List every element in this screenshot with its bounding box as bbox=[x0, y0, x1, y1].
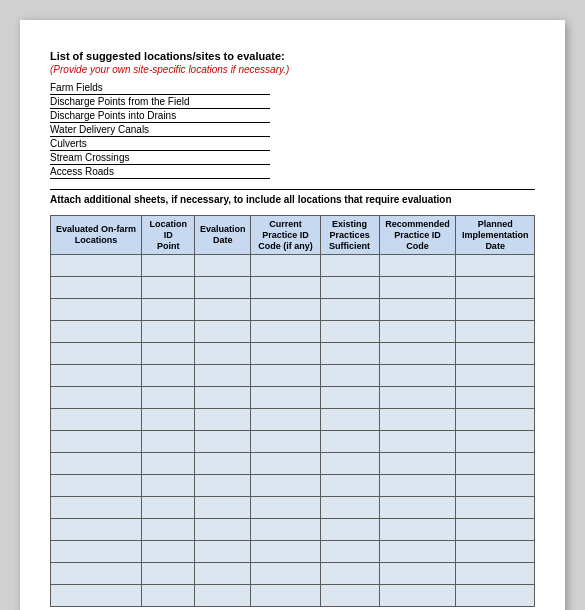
table-row[interactable] bbox=[51, 475, 535, 497]
table-cell[interactable] bbox=[195, 343, 251, 365]
table-cell[interactable] bbox=[251, 299, 321, 321]
table-cell[interactable] bbox=[320, 497, 379, 519]
table-cell[interactable] bbox=[379, 255, 456, 277]
table-cell[interactable] bbox=[141, 519, 195, 541]
table-cell[interactable] bbox=[141, 343, 195, 365]
table-cell[interactable] bbox=[379, 563, 456, 585]
table-cell[interactable] bbox=[379, 277, 456, 299]
table-cell[interactable] bbox=[51, 365, 142, 387]
table-cell[interactable] bbox=[141, 299, 195, 321]
table-cell[interactable] bbox=[195, 497, 251, 519]
table-cell[interactable] bbox=[141, 321, 195, 343]
table-cell[interactable] bbox=[251, 475, 321, 497]
table-row[interactable] bbox=[51, 387, 535, 409]
table-cell[interactable] bbox=[379, 497, 456, 519]
table-cell[interactable] bbox=[141, 541, 195, 563]
table-cell[interactable] bbox=[195, 541, 251, 563]
table-cell[interactable] bbox=[379, 541, 456, 563]
table-cell[interactable] bbox=[51, 299, 142, 321]
table-cell[interactable] bbox=[141, 497, 195, 519]
table-cell[interactable] bbox=[195, 255, 251, 277]
table-cell[interactable] bbox=[251, 563, 321, 585]
table-cell[interactable] bbox=[51, 277, 142, 299]
table-cell[interactable] bbox=[379, 299, 456, 321]
table-cell[interactable] bbox=[456, 541, 535, 563]
table-cell[interactable] bbox=[51, 541, 142, 563]
table-cell[interactable] bbox=[320, 519, 379, 541]
table-cell[interactable] bbox=[51, 497, 142, 519]
table-cell[interactable] bbox=[195, 475, 251, 497]
table-cell[interactable] bbox=[195, 563, 251, 585]
table-cell[interactable] bbox=[251, 365, 321, 387]
table-cell[interactable] bbox=[195, 277, 251, 299]
table-cell[interactable] bbox=[251, 387, 321, 409]
table-cell[interactable] bbox=[456, 343, 535, 365]
table-cell[interactable] bbox=[141, 277, 195, 299]
table-row[interactable] bbox=[51, 563, 535, 585]
table-cell[interactable] bbox=[251, 321, 321, 343]
table-cell[interactable] bbox=[141, 365, 195, 387]
table-cell[interactable] bbox=[51, 585, 142, 607]
table-cell[interactable] bbox=[379, 409, 456, 431]
table-cell[interactable] bbox=[141, 453, 195, 475]
table-cell[interactable] bbox=[251, 255, 321, 277]
table-cell[interactable] bbox=[379, 365, 456, 387]
table-row[interactable] bbox=[51, 453, 535, 475]
table-row[interactable] bbox=[51, 409, 535, 431]
table-row[interactable] bbox=[51, 321, 535, 343]
table-cell[interactable] bbox=[320, 321, 379, 343]
table-cell[interactable] bbox=[320, 431, 379, 453]
table-cell[interactable] bbox=[51, 453, 142, 475]
table-cell[interactable] bbox=[251, 453, 321, 475]
table-cell[interactable] bbox=[320, 365, 379, 387]
table-cell[interactable] bbox=[251, 409, 321, 431]
table-cell[interactable] bbox=[251, 519, 321, 541]
table-cell[interactable] bbox=[320, 299, 379, 321]
table-cell[interactable] bbox=[320, 563, 379, 585]
table-cell[interactable] bbox=[195, 321, 251, 343]
table-cell[interactable] bbox=[379, 585, 456, 607]
table-row[interactable] bbox=[51, 277, 535, 299]
table-cell[interactable] bbox=[456, 299, 535, 321]
table-row[interactable] bbox=[51, 343, 535, 365]
table-cell[interactable] bbox=[141, 475, 195, 497]
table-cell[interactable] bbox=[456, 277, 535, 299]
table-cell[interactable] bbox=[456, 519, 535, 541]
table-cell[interactable] bbox=[251, 541, 321, 563]
table-cell[interactable] bbox=[320, 277, 379, 299]
table-cell[interactable] bbox=[251, 277, 321, 299]
table-row[interactable] bbox=[51, 497, 535, 519]
table-cell[interactable] bbox=[195, 299, 251, 321]
table-cell[interactable] bbox=[456, 475, 535, 497]
table-cell[interactable] bbox=[195, 409, 251, 431]
table-row[interactable] bbox=[51, 585, 535, 607]
table-cell[interactable] bbox=[456, 497, 535, 519]
table-cell[interactable] bbox=[141, 563, 195, 585]
table-cell[interactable] bbox=[195, 365, 251, 387]
table-cell[interactable] bbox=[456, 563, 535, 585]
table-cell[interactable] bbox=[51, 409, 142, 431]
table-cell[interactable] bbox=[251, 497, 321, 519]
table-cell[interactable] bbox=[320, 453, 379, 475]
table-cell[interactable] bbox=[320, 475, 379, 497]
table-cell[interactable] bbox=[51, 321, 142, 343]
table-row[interactable] bbox=[51, 255, 535, 277]
table-cell[interactable] bbox=[320, 255, 379, 277]
table-cell[interactable] bbox=[379, 387, 456, 409]
table-cell[interactable] bbox=[51, 475, 142, 497]
table-cell[interactable] bbox=[51, 343, 142, 365]
table-cell[interactable] bbox=[141, 585, 195, 607]
table-row[interactable] bbox=[51, 519, 535, 541]
table-cell[interactable] bbox=[320, 387, 379, 409]
table-cell[interactable] bbox=[141, 409, 195, 431]
table-cell[interactable] bbox=[456, 453, 535, 475]
table-cell[interactable] bbox=[251, 431, 321, 453]
table-cell[interactable] bbox=[195, 387, 251, 409]
table-cell[interactable] bbox=[51, 431, 142, 453]
table-cell[interactable] bbox=[251, 343, 321, 365]
table-cell[interactable] bbox=[456, 387, 535, 409]
table-cell[interactable] bbox=[379, 519, 456, 541]
table-cell[interactable] bbox=[141, 255, 195, 277]
table-cell[interactable] bbox=[320, 585, 379, 607]
table-cell[interactable] bbox=[320, 343, 379, 365]
